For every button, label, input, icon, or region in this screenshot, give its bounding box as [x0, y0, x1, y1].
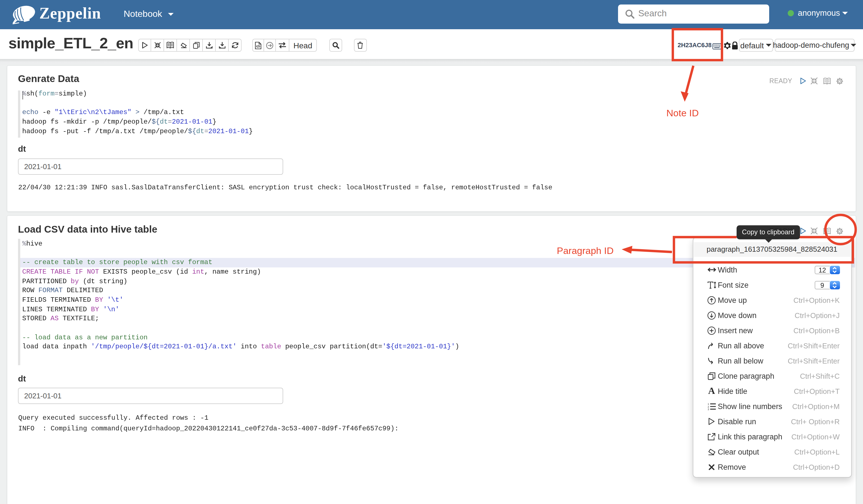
svg-text:3: 3	[708, 408, 709, 410]
